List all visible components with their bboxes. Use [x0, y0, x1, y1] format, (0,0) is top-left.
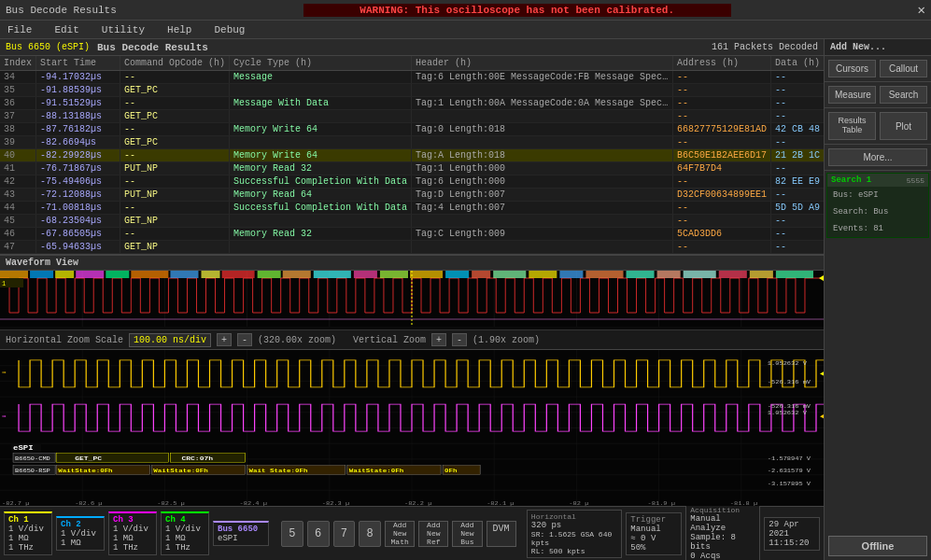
search-button[interactable]: Search [880, 86, 927, 104]
col-index: Index [0, 56, 36, 71]
ch3-label-text: Ch 3 [113, 515, 152, 525]
table-row[interactable]: 36-91.51529µs--Message With DataTag:1 Le… [0, 97, 824, 110]
hzoom-value: 100.00 ns/div [129, 333, 211, 347]
measure-search-row: Measure Search [825, 82, 931, 107]
svg-rect-12 [55, 271, 74, 278]
svg-rect-26 [472, 271, 490, 278]
svg-text:-81.8 µ: -81.8 µ [730, 500, 758, 506]
svg-text:-82.2 µ: -82.2 µ [404, 500, 432, 506]
table-row[interactable]: 46-67.86505µs--Memory Read 32Tag:C Lengt… [0, 228, 824, 241]
horizontal-box[interactable]: Horizontal 320 ps SR: 1.5625 GSA 640 kpt… [527, 510, 622, 558]
hzoom-plus[interactable]: + [217, 333, 232, 346]
horiz-line3: RL: 500 kpts [531, 547, 617, 555]
search-section-header: Search 1 5555 [827, 174, 928, 187]
hzoom-minus[interactable]: - [237, 333, 252, 346]
ch3-box[interactable]: Ch 3 1 V/div 1 MΩ 1 THz [108, 511, 157, 555]
ch2-label: Ch 2 [61, 520, 100, 529]
ch1-box[interactable]: Ch 1 1 V/div 1 MΩ 1 THz [4, 511, 52, 555]
menu-file[interactable]: File [4, 24, 35, 35]
ch2-box[interactable]: Ch 2 1 V/div 1 MΩ [56, 516, 105, 551]
scope-view[interactable]: eSPI B6650-CMD GET_PC CRC:07h -1.578947 … [0, 350, 824, 506]
cursors-button[interactable]: Cursors [828, 60, 876, 77]
btn-6[interactable]: 6 [307, 521, 330, 547]
bus-decode-header: Bus 6650 (eSPI) Bus Decode Results 161 P… [0, 39, 824, 56]
table-row[interactable]: 43-72.12088µsPUT_NPMemory Read 64Tag:D L… [0, 189, 824, 202]
btn-7[interactable]: 7 [333, 521, 356, 547]
ch4-label-text: Ch 4 [165, 515, 205, 525]
horiz-label: Horizontal [531, 512, 617, 521]
svg-text:-82 µ: -82 µ [569, 500, 588, 506]
table-row[interactable]: 45-68.23504µsGET_NP----PI [0, 215, 824, 228]
search-events-info: Events: 81 [827, 220, 928, 237]
add-bus-btn[interactable]: AddNewBus [452, 521, 482, 547]
svg-rect-29 [559, 271, 583, 278]
acq-line2: Sample: 8 bits [690, 533, 755, 552]
bus6650-label: Bus 6650 [218, 525, 264, 534]
table-row[interactable]: 34-94.17032µs--MessageTag:6 Length:00E M… [0, 71, 824, 84]
table-row[interactable]: 39-82.6694µsGET_PC----PI [0, 136, 824, 149]
measure-button[interactable]: Measure [828, 86, 876, 104]
hzoom-label: Horizontal Zoom Scale [6, 335, 123, 345]
table-row[interactable]: 35-91.88539µsGET_PC----PI [0, 84, 824, 97]
svg-rect-23 [380, 271, 408, 278]
more-button[interactable]: More... [828, 148, 927, 166]
ch3-line2: 1 MΩ [113, 534, 152, 543]
results-plot-row: Results Table Plot [825, 108, 931, 144]
add-ref-btn[interactable]: AddNewRef [418, 521, 448, 547]
waveform-header: Waveform View [0, 256, 824, 271]
waveform-canvas[interactable]: 1 [0, 271, 824, 327]
results-table-button[interactable]: Results Table [828, 112, 876, 140]
menu-utility[interactable]: Utility [98, 24, 148, 35]
bus6650-box[interactable]: Bus 6650 eSPI [213, 521, 269, 546]
table-header-row: Index Start Time Command OpCode (h) Cycl… [0, 56, 824, 71]
waveform-svg: 1 [0, 271, 824, 327]
svg-text:-81.9 µ: -81.9 µ [648, 500, 676, 506]
svg-rect-36 [776, 271, 813, 278]
close-button[interactable]: ✕ [918, 2, 925, 18]
add-math-btn[interactable]: AddNewMath [385, 521, 415, 547]
btn-8[interactable]: 8 [359, 521, 381, 547]
date-line: 29 Apr 2021 [769, 520, 815, 539]
packet-count: 161 Packets Decoded [712, 42, 818, 52]
add-ref-label: AddNewRef [427, 521, 440, 546]
svg-text:➡: ➡ [2, 370, 7, 376]
vzoom-plus[interactable]: + [431, 333, 446, 346]
ch4-box[interactable]: Ch 4 1 V/div 1 MΩ 1 THz [161, 511, 209, 555]
vzoom-minus[interactable]: - [452, 333, 467, 346]
search-bus-info: Bus: eSPI [827, 187, 928, 203]
col-data: Data (h) [771, 56, 824, 71]
ch1-line2: 1 MΩ [8, 534, 48, 543]
table-row[interactable]: 42-75.49406µs--Successful Completion Wit… [0, 175, 824, 189]
search-info-section: Search 1 5555 Bus: eSPI Search: Bus Even… [826, 173, 929, 238]
time-line: 11:15:20 [769, 539, 815, 548]
svg-text:0Fh: 0Fh [444, 469, 458, 474]
svg-text:-526.316 mV: -526.316 mV [768, 380, 811, 385]
table-row[interactable]: 47-65.94633µsGET_NP----PI [0, 241, 824, 254]
col-header: Header (h) [412, 56, 673, 71]
svg-text:WaitState:0Fh: WaitState:0Fh [153, 469, 208, 474]
table-row[interactable]: 37-88.13188µsGET_PC----PI [0, 110, 824, 123]
table-row[interactable]: 40-82.29928µs--Memory Write 64Tag:A Leng… [0, 149, 824, 162]
menu-help[interactable]: Help [163, 24, 195, 35]
trigger-line1: Manual [630, 525, 677, 534]
offline-section: Offline [825, 240, 931, 560]
menu-edit[interactable]: Edit [50, 24, 82, 35]
menu-debug[interactable]: Debug [210, 24, 248, 35]
svg-text:eSPI: eSPI [13, 445, 34, 452]
svg-rect-27 [493, 271, 526, 278]
dvm-button[interactable]: DVM [487, 521, 516, 547]
btn-5[interactable]: 5 [281, 521, 303, 547]
table-row[interactable]: 41-76.71867µsPUT_NPMemory Read 32Tag:1 L… [0, 162, 824, 175]
acquisition-box[interactable]: Acquisition Manual Analyze Sample: 8 bit… [685, 503, 760, 560]
svg-rect-14 [106, 271, 129, 278]
trigger-box[interactable]: Trigger Manual ≈ 0 V 50% [626, 512, 682, 555]
datetime-box: 29 Apr 2021 11:15:20 [764, 517, 820, 551]
svg-rect-28 [529, 271, 557, 278]
callout-button[interactable]: Callout [880, 60, 927, 77]
scope-svg: eSPI B6650-CMD GET_PC CRC:07h -1.578947 … [0, 350, 824, 506]
svg-text:-82.6 µ: -82.6 µ [75, 500, 103, 506]
table-row[interactable]: 38-87.76182µs--Memory Write 64Tag:0 Leng… [0, 123, 824, 136]
table-row[interactable]: 44-71.00818µs--Successful Completion Wit… [0, 202, 824, 215]
offline-button[interactable]: Offline [828, 536, 927, 556]
plot-button[interactable]: Plot [880, 112, 927, 140]
